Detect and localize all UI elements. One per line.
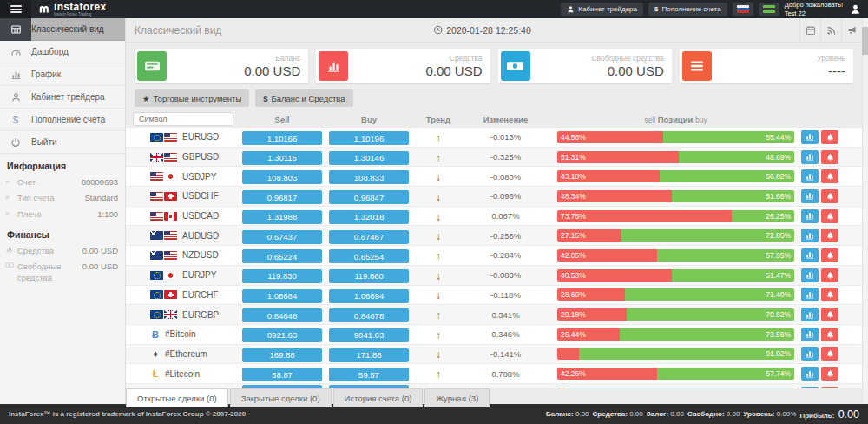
sell-price-button[interactable]: 0.84648 [242,308,322,322]
alert-bell-button[interactable] [821,209,838,223]
card-level: Уровень ---- [680,49,853,83]
alert-bell-button[interactable] [821,288,838,301]
alert-bell-button[interactable] [821,248,838,262]
sell-positions-segment: 44.56% [557,131,663,143]
sell-price-button[interactable]: 119.830 [242,269,322,283]
buy-price-button[interactable]: 1.30146 [329,151,409,165]
megaphone-icon[interactable] [841,18,862,42]
symbol-name: GBPUSD [182,152,219,162]
sell-percent: 51.31% [557,153,586,162]
buy-price-button[interactable]: 1.06694 [329,289,409,303]
trading-instruments-button[interactable]: ★ Торговые инструменты [135,89,249,107]
chart-button[interactable] [801,130,819,144]
alert-bell-button[interactable] [821,347,838,361]
symbol-search-input[interactable] [133,112,233,126]
trend-arrow-icon: ↓ [436,211,441,223]
sidebar-item-label: Дашборд [31,47,69,56]
trader-cabinet-button[interactable]: Кабинет трейдера [561,3,643,16]
sell-price-button[interactable]: 1.10166 [242,131,322,145]
sell-price-button[interactable]: 1.31988 [242,210,322,224]
alert-bell-button[interactable] [821,189,838,203]
tab-journal[interactable]: Журнал (3) [424,388,490,407]
list-icon [682,51,712,81]
positions-bar: 27.15% 72.85% [557,229,794,242]
hamburger-menu-button[interactable] [0,0,31,18]
info-section-title: Информация [0,154,125,175]
sell-price-button[interactable]: 1.30116 [242,151,322,165]
buy-price-button[interactable]: 171.88 [329,348,409,362]
sell-price-button[interactable]: 8921.63 [242,328,322,342]
chart-button[interactable] [801,150,819,164]
grid-icon [0,18,31,41]
sell-positions-segment: 26.44% [557,328,620,341]
buy-price-button[interactable]: 119.860 [329,269,409,283]
sidebar-item-classic-view[interactable]: Классический вид [0,18,125,41]
buy-price-button[interactable]: 1.32018 [329,210,409,224]
alert-bell-button[interactable] [821,367,838,381]
sell-price-button[interactable]: 0.96817 [242,190,322,204]
buy-price-button[interactable]: 9041.63 [329,328,409,342]
alert-bell-button[interactable] [821,308,838,321]
positions-bar: 91.02% [557,348,794,360]
scrollbar-track[interactable] [862,18,868,404]
logo[interactable]: instaforex Instant Forex Trading [38,2,106,17]
rss-icon[interactable] [820,18,841,42]
sidebar-item-logout[interactable]: Выйти [0,131,125,154]
buy-price-button[interactable]: 108.833 [329,170,409,184]
symbols-table-body: EURUSD 1.10166 1.10196 ↑ -0.013% 44.56% … [126,128,862,388]
buy-price-button[interactable]: 0.67467 [329,230,409,244]
alert-bell-button[interactable] [821,130,838,144]
symbol-name: EURUSD [182,132,219,142]
calendar-icon[interactable] [799,18,820,42]
chart-button[interactable] [801,268,819,282]
sidebar-item-deposit[interactable]: $ Пополнение счета [0,109,125,131]
sell-positions-segment: 43.18% [557,170,660,182]
sell-price-button[interactable]: 58.87 [242,368,322,381]
chart-button[interactable] [801,189,819,203]
sell-price-button[interactable]: 1.06664 [242,289,322,303]
chart-button[interactable] [801,367,819,381]
alert-bell-button[interactable] [821,169,838,183]
sell-price-button[interactable]: 0.65224 [242,249,322,263]
summary-cards: Баланс 0.00 USD Средства 0.00 USD [126,43,862,87]
sell-price-button[interactable]: 108.803 [242,170,322,184]
table-row: Ł #Litecoin 58.87 59.57 ↑ 0.788% 42.26% … [126,364,862,384]
buy-price-button[interactable]: 0.65254 [329,249,409,263]
alert-bell-button[interactable] [821,328,838,341]
tab-account-history[interactable]: История счета (0) [333,388,424,407]
alert-bell-button[interactable] [821,150,838,164]
chart-button[interactable] [801,328,819,341]
avatar-icon[interactable] [850,3,861,15]
sell-price-button[interactable]: 0.67437 [242,230,322,244]
language-russian-button[interactable] [733,3,753,16]
tab-closed-trades[interactable]: Закрытые сделки (0) [230,388,332,407]
tab-open-trades[interactable]: Открытые сделки (0) [126,388,228,407]
buy-price-button[interactable]: 0.96847 [329,190,409,204]
chart-button[interactable] [801,288,819,301]
scrollbar-thumb[interactable] [862,27,868,55]
buy-price-button[interactable]: 59.57 [329,368,409,381]
sell-price-button[interactable]: 169.88 [242,348,322,362]
buy-price-button[interactable]: 0.84678 [329,308,409,322]
buy-price-button[interactable]: 1.10196 [329,131,409,145]
chart-button[interactable] [801,169,819,183]
table-row: AUDUSD 0.67437 0.67467 ↓ -0.256% 27.15% … [126,226,862,246]
chart-button[interactable] [801,248,819,262]
symbol-name: USDJPY [182,172,216,182]
language-secondary-button[interactable] [759,3,779,16]
summary-pair: Залог: 0.00 [647,410,684,418]
clock-icon [433,25,443,35]
chart-button[interactable] [801,308,819,321]
deposit-button[interactable]: $ Пополнение счета [648,3,727,16]
crypto-icon: Ł [150,368,161,379]
buy-percent: 55.44% [766,133,794,142]
sidebar-item-dashboard[interactable]: Дашборд [0,41,125,63]
sidebar-item-chart[interactable]: График [0,63,125,86]
alert-bell-button[interactable] [821,268,838,282]
chart-button[interactable] [801,229,819,242]
chart-button[interactable] [801,209,819,223]
sidebar-item-trader-cabinet[interactable]: Кабинет трейдера [0,86,125,109]
alert-bell-button[interactable] [821,229,838,242]
chart-button[interactable] [801,347,819,361]
balance-and-funds-button[interactable]: $ Баланс и Средства [255,89,352,107]
